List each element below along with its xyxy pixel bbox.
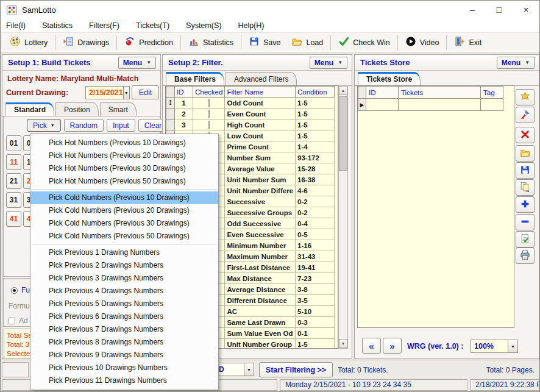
menubar-item-tickets-t[interactable]: Tickets(T) [136,21,169,30]
pick-menu-item[interactable]: Pick Previous 2 Drawings Numbers [30,259,218,272]
pick-menu-item[interactable]: Pick Hot Numbers (Previous 20 Drawings) [30,149,218,162]
panel1-menu-button[interactable]: Menu ▼ [118,57,156,69]
pick-menu-item[interactable]: Pick Cold Numbers (Previous 50 Drawings) [30,230,218,243]
column-header-tickets: Tickets [399,87,481,99]
formula-radio-row[interactable]: Fu [11,286,30,294]
zoom-combo[interactable]: 100% ▼ [471,340,518,353]
filter-name: AC [225,306,296,317]
scroll-down-icon[interactable]: ▼ [339,339,347,348]
pick-menu-item[interactable]: Pick Previous 10 Drawings Numbers [30,362,218,374]
filter-checked-cell [193,109,225,119]
print-button[interactable] [516,248,535,264]
edit-button[interactable]: Edit [132,85,159,99]
copy-button[interactable] [516,179,535,196]
menubar-item-system-s[interactable]: System(S) [186,21,221,30]
random-button[interactable]: Random [64,119,104,132]
menubar-item-help-h[interactable]: Help(H) [238,21,264,30]
pick-menu-item[interactable]: Pick Hot Numbers (Previous 30 Drawings) [30,162,218,175]
menubar-item-file-i[interactable]: File(I) [6,21,26,30]
delete-button[interactable] [516,127,535,143]
toolbar-statistics-button[interactable]: Statistics [183,34,239,51]
checkbox-icon[interactable] [208,121,210,129]
play-circle-icon [405,36,416,49]
toolbar-load-button[interactable]: Load [286,34,329,51]
close-button[interactable]: × [513,1,539,19]
tab-advanced-filters[interactable]: Advanced Filters [226,72,297,85]
chevron-down-icon[interactable]: ▼ [123,87,129,99]
chevron-down-icon[interactable]: ▼ [244,363,254,376]
menubar-item-statistics[interactable]: Statistics [42,21,73,30]
pick-menu-item[interactable]: Pick Cold Numbers (Previous 20 Drawings) [30,204,218,217]
scroll-up-icon[interactable]: ▲ [339,86,347,95]
toolbar-check-win-button[interactable]: Check Win [333,34,395,51]
input-button[interactable]: Input [107,119,135,132]
row-selector[interactable] [166,109,175,119]
verify-button[interactable] [516,231,535,248]
pick-menu-item[interactable]: Pick Previous 8 Drawings Numbers [30,336,218,349]
menubar-item-filters-f[interactable]: Filters(F) [89,21,119,30]
pick-menu-item[interactable]: Pick Previous 5 Drawings Numbers [30,298,218,310]
maximize-button[interactable]: □ [486,1,513,19]
pick-menu-item[interactable]: Pick Previous 4 Drawings Numbers [30,285,218,298]
start-filtering-button[interactable]: Start Filtering >> [259,362,333,377]
scrollbar-thumb[interactable] [339,96,347,171]
filters-scrollbar[interactable]: ▲ ▼ [338,85,348,349]
toolbar-drawings-button[interactable]: Drawings [57,34,115,51]
checkbox-icon[interactable] [208,110,210,118]
number-button-31[interactable]: 31 [6,192,21,208]
tab-position[interactable]: Position [55,102,99,116]
pick-menu-item[interactable]: Pick Previous 9 Drawings Numbers [30,349,218,362]
number-button-21[interactable]: 21 [6,173,21,189]
toolbar-lottery-button[interactable]: Lottery [4,34,53,51]
toolbar-prediction-button[interactable]: Prediction [119,34,179,51]
filter-condition: 19-41 [296,262,335,273]
toolbar-label: Video [420,38,439,47]
toolbar-video-button[interactable]: Video [400,34,445,51]
chevron-down-icon[interactable]: ▼ [508,340,517,352]
delete-icon [520,129,530,141]
add-checkbox-row[interactable]: Ad [9,316,28,325]
open-button[interactable] [516,145,535,162]
pick-menu-item[interactable]: Pick Cold Numbers (Previous 10 Drawings) [30,191,218,204]
tab-tickets-store[interactable]: Tickets Store [358,72,421,85]
current-drawing-combo[interactable]: 2/15/2021 ▼ [85,86,130,99]
pick-menu-item[interactable]: Pick Previous 11 Drawings Numbers [30,374,218,387]
save-ticket-button[interactable] [516,162,535,179]
pick-menu-item[interactable]: Pick Hot Numbers (Previous 10 Drawings) [30,137,218,149]
column-header-id: ID [366,87,399,99]
clean-icon [520,109,530,121]
tab-base-filters[interactable]: Base Filters [166,72,224,85]
toolbar-save-button[interactable]: Save [243,34,286,51]
prev-page-button[interactable]: « [362,338,381,354]
new-ticket-button[interactable] [516,89,535,105]
pick-menu-item[interactable]: Pick Previous 3 Drawings Numbers [30,272,218,285]
number-button-01[interactable]: 01 [6,135,21,151]
minimize-button[interactable]: – [459,1,486,19]
checkbox-icon[interactable] [208,99,210,107]
pick-menu-item[interactable]: Pick Cold Numbers (Previous 30 Drawings) [30,217,218,230]
toolbar-exit-button[interactable]: Exit [449,34,487,51]
current-row-indicator[interactable]: I [166,98,175,109]
pick-menu-item[interactable]: Pick Previous 7 Drawings Numbers [30,323,218,336]
clean-button[interactable] [516,107,535,123]
next-page-button[interactable]: » [383,338,402,354]
tickets-toolbar [516,55,538,358]
panel2-title: Setup 2: Filter. [168,58,223,67]
pick-menu-item[interactable]: Pick Previous 6 Drawings Numbers [30,310,218,323]
toolbar-separator [55,35,55,50]
number-button-11[interactable]: 11 [6,154,21,170]
filter-mode-combo[interactable]: D ▼ [215,363,254,376]
pick-menu-item[interactable]: Pick Hot Numbers (Previous 50 Drawings) [30,175,218,188]
remove-button[interactable] [516,214,535,230]
pick-menu-item[interactable]: Pick Previous 1 Drawing Numbers [30,246,218,259]
number-button-41[interactable]: 41 [6,211,21,227]
panel2-menu-button[interactable]: Menu ▼ [310,57,347,69]
row-selector[interactable] [166,119,175,130]
pick-button[interactable]: Pick ▼ [27,119,61,132]
tab-standard[interactable]: Standard [5,102,54,116]
toolbar-label: Statistics [203,38,233,47]
tab-smart[interactable]: Smart [100,102,137,116]
filters-header-row: IDCheckedFilter NameCondition [166,87,335,98]
toolbar-separator [180,35,181,50]
add-button[interactable] [516,196,535,213]
